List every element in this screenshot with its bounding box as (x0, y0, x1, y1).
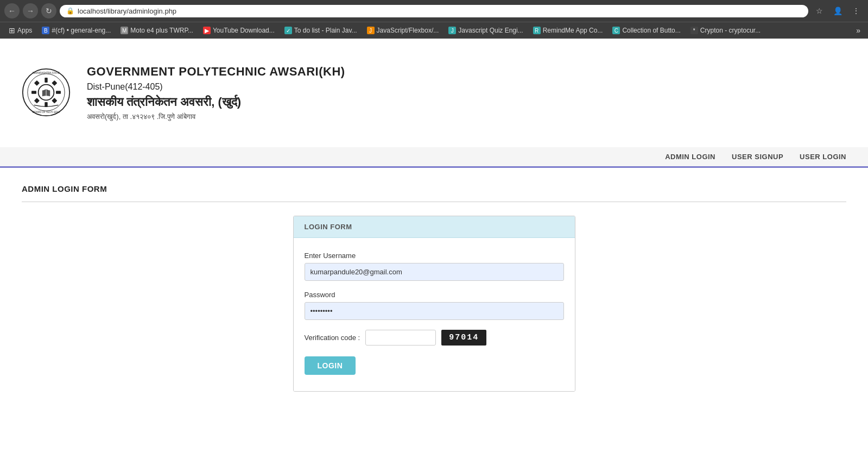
svg-rect-9 (52, 80, 57, 85)
forward-button[interactable]: → (23, 3, 38, 18)
bookmark-5[interactable]: J JavaScript/Flexbox/... (363, 25, 443, 36)
logo-svg: MAHARASHTRA STATE BOARD OF TECH. EDU. (22, 68, 71, 117)
bookmark-3-label: YouTube Download... (213, 27, 275, 34)
apps-label: Apps (17, 27, 32, 34)
bookmark-1-label: #(cf) • general-eng... (52, 27, 111, 34)
bookmark-4-label: To do list - Plain Jav... (294, 27, 357, 34)
bookmark-9[interactable]: * Crypton - cryptocur... (686, 25, 765, 36)
bookmark-1-icon: B (42, 27, 49, 34)
bookmarks-apps[interactable]: ⊞ Apps (4, 24, 36, 36)
header-title-hi: शासकीय तंत्रनिकेतन अवसरी, (खुर्द) (87, 95, 345, 109)
lock-icon: 🔒 (66, 7, 74, 15)
bookmark-5-label: JavaScript/Flexbox/... (377, 27, 439, 34)
bookmark-7-label: RemindMe App Co... (543, 27, 603, 34)
bookmarks-bar: ⊞ Apps B #(cf) • general-eng... M Moto e… (0, 22, 868, 39)
svg-rect-8 (34, 80, 40, 85)
form-section-title: ADMIN LOGIN FORM (22, 184, 846, 193)
page-content: MAHARASHTRA STATE BOARD OF TECH. EDU. GO… (0, 39, 868, 462)
star-button[interactable]: ☆ (812, 3, 827, 18)
main-content: ADMIN LOGIN FORM LOGIN FORM Enter Userna… (0, 168, 868, 408)
site-header: MAHARASHTRA STATE BOARD OF TECH. EDU. GO… (0, 39, 868, 147)
password-input[interactable] (305, 302, 564, 320)
nav-user-login[interactable]: USER LOGIN (800, 153, 846, 161)
nav-admin-login[interactable]: ADMIN LOGIN (665, 153, 715, 161)
bookmark-3[interactable]: ▶ YouTube Download... (199, 25, 279, 36)
refresh-button[interactable]: ↻ (41, 3, 56, 18)
address-bar[interactable]: 🔒 localhost/library/adminlogin.php (60, 5, 808, 17)
login-card-header: LOGIN FORM (294, 216, 575, 238)
bookmark-2[interactable]: M Moto e4 plus TWRP... (116, 25, 198, 36)
menu-button[interactable]: ⋮ (848, 3, 864, 18)
header-text: GOVERNMENT POLYTECHNIC AWSARI(KH) Dist-P… (87, 65, 345, 121)
username-label: Enter Username (305, 252, 564, 260)
bookmark-8-icon: C (612, 27, 620, 34)
svg-text:BOARD OF TECH. EDU.: BOARD OF TECH. EDU. (33, 110, 60, 113)
nav-user-signup[interactable]: USER SIGNUP (732, 153, 783, 161)
svg-rect-6 (31, 91, 36, 93)
svg-rect-11 (52, 98, 57, 103)
header-dist: Dist-Pune(412-405) (87, 82, 345, 92)
bookmark-9-label: Crypton - cryptocur... (700, 27, 761, 34)
password-group: Password (305, 291, 564, 320)
svg-rect-4 (45, 78, 47, 83)
bookmark-4[interactable]: ✓ To do list - Plain Jav... (280, 25, 362, 36)
svg-rect-7 (56, 91, 61, 93)
password-label: Password (305, 291, 564, 299)
bookmark-2-label: Moto e4 plus TWRP... (130, 27, 193, 34)
login-button[interactable]: LOGIN (305, 356, 356, 375)
section-divider (22, 202, 846, 202)
bookmark-2-icon: M (121, 27, 128, 34)
apps-grid-icon: ⊞ (9, 26, 15, 35)
browser-toolbar: ← → ↻ 🔒 localhost/library/adminlogin.php… (0, 0, 868, 22)
svg-rect-10 (34, 98, 40, 103)
login-card-body: Enter Username Password Verification cod… (294, 238, 575, 391)
bookmark-8[interactable]: C Collection of Butto... (608, 25, 685, 36)
bookmark-3-icon: ▶ (203, 27, 211, 34)
bookmark-7[interactable]: R RemindMe App Co... (529, 25, 607, 36)
header-logo: MAHARASHTRA STATE BOARD OF TECH. EDU. (22, 68, 71, 118)
bookmark-8-label: Collection of Butto... (622, 27, 680, 34)
verification-row: Verification code : 97014 (305, 330, 564, 346)
verification-input[interactable] (365, 330, 436, 346)
back-button[interactable]: ← (4, 3, 20, 18)
bookmark-1[interactable]: B #(cf) • general-eng... (37, 25, 115, 36)
browser-chrome: ← → ↻ 🔒 localhost/library/adminlogin.php… (0, 0, 868, 39)
verification-label: Verification code : (305, 334, 360, 342)
svg-text:MAHARASHTRA STATE: MAHARASHTRA STATE (33, 71, 59, 74)
bookmark-6[interactable]: J Javascript Quiz Engi... (444, 25, 527, 36)
bookmark-7-icon: R (533, 27, 541, 34)
header-subtitle-hi: अवसरो(खुर्द), ता .४१२४०९ .जि.पुणे आंबेगा… (87, 112, 345, 121)
bookmark-6-icon: J (448, 27, 456, 34)
bookmark-4-icon: ✓ (284, 27, 292, 34)
username-input[interactable] (305, 263, 564, 281)
profile-button[interactable]: 👤 (830, 3, 845, 18)
bookmark-9-icon: * (690, 27, 698, 34)
bookmarks-more[interactable]: » (853, 24, 864, 36)
header-title-en: GOVERNMENT POLYTECHNIC AWSARI(KH) (87, 65, 345, 79)
url-text: localhost/library/adminlogin.php (78, 7, 176, 15)
site-nav: ADMIN LOGIN USER SIGNUP USER LOGIN (0, 147, 868, 168)
bookmark-6-label: Javascript Quiz Engi... (458, 27, 523, 34)
username-group: Enter Username (305, 252, 564, 281)
captcha-box: 97014 (441, 330, 486, 346)
bookmark-5-icon: J (367, 27, 375, 34)
login-card: LOGIN FORM Enter Username Password Verif… (293, 216, 575, 392)
